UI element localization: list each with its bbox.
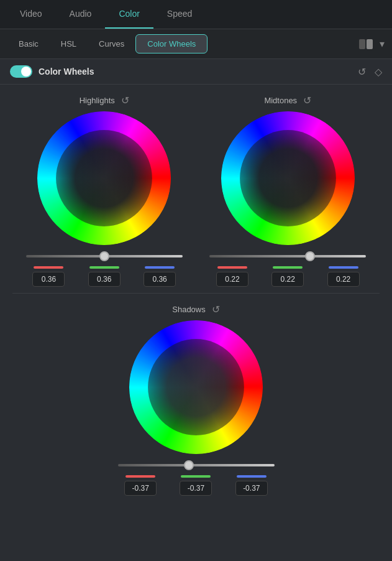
highlights-slider[interactable] (26, 255, 183, 257)
highlights-slider-wrap (24, 245, 185, 264)
top-tab-bar: Video Audio Color Speed (0, 0, 392, 29)
midtones-wheel-wrap[interactable] (221, 111, 355, 245)
highlights-rgb-row (24, 266, 185, 287)
highlights-red-col (24, 266, 74, 287)
shadows-wheel-container: Shadows ↺ (116, 304, 277, 496)
midtones-wheel-container: Midtones ↺ (207, 95, 368, 287)
shadows-green-input[interactable] (180, 481, 212, 496)
reset-icon[interactable]: ↺ (358, 66, 366, 78)
highlights-red-input[interactable] (32, 272, 65, 287)
midtones-red-col (207, 266, 257, 287)
shadows-blue-col (226, 475, 276, 496)
midtones-blue-input[interactable] (327, 272, 360, 287)
chevron-down-icon[interactable]: ▾ (380, 38, 385, 50)
highlights-header: Highlights ↺ (80, 95, 129, 106)
subtab-hsl[interactable]: HSL (50, 35, 88, 53)
top-wheels-row: Highlights ↺ (12, 95, 380, 287)
midtones-label: Midtones (264, 96, 297, 105)
highlights-green-bar (89, 266, 119, 269)
tab-speed[interactable]: Speed (153, 0, 206, 29)
section-title: Color Wheels (39, 67, 94, 76)
midtones-red-input[interactable] (216, 272, 248, 287)
shadows-green-col (171, 475, 221, 496)
highlights-red-bar (34, 266, 63, 269)
highlights-wheel-container: Highlights ↺ (24, 95, 185, 287)
shadows-section: Shadows ↺ (12, 304, 380, 496)
highlights-reset-icon[interactable]: ↺ (121, 95, 129, 106)
svg-rect-0 (359, 39, 365, 49)
highlights-green-col (79, 266, 129, 287)
section-divider (12, 293, 380, 294)
shadows-blue-bar (237, 475, 267, 478)
main-content: Highlights ↺ (0, 85, 392, 506)
highlights-blue-input[interactable] (144, 272, 176, 287)
tab-audio[interactable]: Audio (56, 0, 106, 29)
color-wheels-toggle[interactable] (10, 65, 32, 78)
shadows-label: Shadows (172, 305, 205, 314)
shadows-reset-icon[interactable]: ↺ (212, 304, 220, 315)
shadows-blue-input[interactable] (235, 481, 268, 496)
shadows-green-bar (181, 475, 211, 478)
tab-video[interactable]: Video (6, 0, 56, 29)
shadows-slider-wrap (116, 454, 277, 473)
color-wheels-section-header: Color Wheels ↺ ◇ (0, 59, 392, 85)
highlights-green-input[interactable] (88, 272, 121, 287)
midtones-slider[interactable] (209, 255, 366, 257)
shadows-red-input[interactable] (124, 481, 157, 496)
midtones-blue-col (318, 266, 368, 287)
highlights-wheel-wrap[interactable] (37, 111, 171, 245)
highlights-blue-bar (145, 266, 175, 269)
shadows-rgb-row (116, 475, 277, 496)
tab-color[interactable]: Color (105, 0, 153, 29)
svg-rect-1 (367, 39, 373, 49)
highlights-color-wheel[interactable] (37, 111, 171, 245)
shadows-wheel-wrap[interactable] (129, 320, 263, 454)
highlights-label: Highlights (80, 96, 115, 105)
midtones-blue-bar (329, 266, 358, 269)
subtab-curves[interactable]: Curves (88, 35, 135, 53)
midtones-rgb-row (207, 266, 368, 287)
midtones-green-input[interactable] (271, 272, 304, 287)
sub-tab-bar: Basic HSL Curves Color Wheels ▾ (0, 29, 392, 59)
split-view-icon[interactable] (357, 38, 375, 50)
diamond-icon[interactable]: ◇ (375, 66, 382, 78)
midtones-header: Midtones ↺ (264, 95, 311, 106)
shadows-red-bar (125, 475, 155, 478)
subtab-basic[interactable]: Basic (7, 35, 50, 53)
shadows-red-col (116, 475, 166, 496)
subtab-color-wheels[interactable]: Color Wheels (135, 34, 207, 53)
midtones-slider-wrap (207, 245, 368, 264)
midtones-color-wheel[interactable] (221, 111, 355, 245)
highlights-blue-col (134, 266, 185, 287)
midtones-reset-icon[interactable]: ↺ (303, 95, 311, 106)
midtones-red-bar (217, 266, 247, 269)
midtones-green-col (263, 266, 313, 287)
shadows-color-wheel[interactable] (129, 320, 263, 454)
shadows-slider[interactable] (118, 464, 275, 466)
midtones-green-bar (273, 266, 303, 269)
shadows-header: Shadows ↺ (172, 304, 219, 315)
